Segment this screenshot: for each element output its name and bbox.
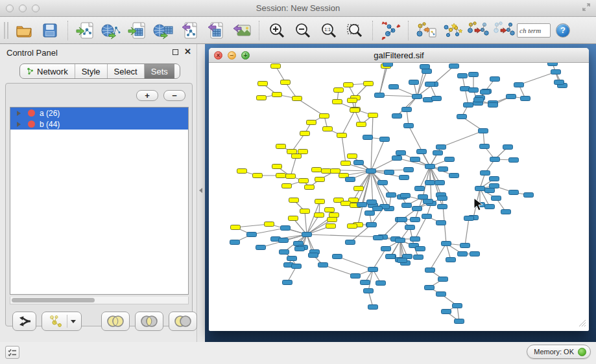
graph-node-set-b[interactable]: [480, 144, 490, 149]
graph-node-set-b[interactable]: [551, 70, 561, 74]
graph-node-set-b[interactable]: [435, 181, 445, 185]
graph-node-set-a[interactable]: [348, 98, 357, 103]
graph-node-set-b[interactable]: [432, 97, 442, 101]
tab-network[interactable]: Network: [20, 64, 75, 78]
dropdown-caret-icon[interactable]: [71, 320, 76, 323]
search-input[interactable]: [517, 23, 551, 38]
panel-splitter[interactable]: [197, 44, 205, 342]
graph-node-set-b[interactable]: [375, 93, 385, 98]
graph-node-set-a[interactable]: [320, 114, 329, 119]
graph-node-set-b[interactable]: [455, 319, 464, 324]
graph-node-set-b[interactable]: [503, 145, 513, 150]
graph-node-set-b[interactable]: [230, 240, 240, 245]
graph-node-set-b[interactable]: [367, 223, 377, 227]
graph-node-set-b[interactable]: [485, 205, 495, 209]
graph-node-set-b[interactable]: [417, 150, 427, 154]
graph-node-set-b[interactable]: [422, 214, 432, 219]
graph-node-set-b[interactable]: [256, 245, 266, 250]
network-window-titlebar[interactable]: × − + galFiltered.sif: [209, 48, 589, 63]
graph-node-set-b[interactable]: [396, 151, 406, 155]
open-session-icon[interactable]: [11, 19, 37, 42]
graph-node-set-b[interactable]: [474, 98, 484, 102]
graph-node-set-b[interactable]: [470, 252, 480, 256]
collapse-panel-icon[interactable]: [199, 188, 202, 193]
graph-edge[interactable]: [292, 133, 305, 152]
graph-node-set-b[interactable]: [457, 115, 467, 119]
graph-node-set-b[interactable]: [509, 190, 519, 195]
graph-node-set-b[interactable]: [438, 205, 447, 209]
graph-node-set-a[interactable]: [287, 150, 297, 154]
graph-node-set-a[interactable]: [328, 218, 337, 222]
zoom-out-icon[interactable]: [290, 19, 316, 42]
graph-edge[interactable]: [337, 256, 373, 269]
create-set-combo-button[interactable]: [42, 312, 82, 331]
graph-node-set-b[interactable]: [442, 310, 451, 314]
graph-node-set-b[interactable]: [368, 305, 378, 310]
graph-node-set-a[interactable]: [348, 154, 357, 159]
graph-node-set-a[interactable]: [300, 131, 310, 136]
graph-node-set-b[interactable]: [422, 69, 432, 74]
graph-node-set-b[interactable]: [367, 200, 377, 205]
graph-node-set-b[interactable]: [453, 304, 462, 308]
union-button[interactable]: [101, 312, 130, 331]
graph-node-set-b[interactable]: [458, 252, 468, 256]
tab-sets[interactable]: Sets: [145, 64, 174, 78]
graph-node-set-a[interactable]: [265, 222, 274, 227]
graph-edge[interactable]: [342, 135, 346, 163]
graph-node-set-b[interactable]: [501, 210, 511, 214]
graph-node-set-b[interactable]: [414, 255, 423, 260]
graph-node-set-b[interactable]: [373, 207, 383, 211]
graph-edge[interactable]: [297, 98, 324, 116]
graph-node-set-a[interactable]: [299, 179, 309, 183]
graph-node-set-b[interactable]: [361, 280, 370, 285]
graph-node-set-b[interactable]: [469, 88, 479, 93]
graph-node-set-a[interactable]: [292, 154, 302, 159]
graph-edge[interactable]: [291, 156, 296, 176]
graph-node-set-b[interactable]: [464, 103, 473, 108]
fullscreen-icon[interactable]: [582, 3, 591, 12]
help-icon[interactable]: ?: [556, 23, 570, 38]
graph-node-set-b[interactable]: [385, 170, 394, 175]
float-panel-icon[interactable]: [173, 49, 178, 55]
graph-node-set-a[interactable]: [300, 209, 310, 214]
graph-node-set-b[interactable]: [485, 188, 495, 193]
graph-node-set-b[interactable]: [283, 280, 292, 285]
export-table-icon[interactable]: [202, 19, 228, 42]
graph-node-set-b[interactable]: [378, 181, 388, 185]
expand-arrow-icon[interactable]: [17, 122, 21, 127]
graph-node-set-a[interactable]: [292, 97, 302, 101]
graph-node-set-b[interactable]: [411, 218, 420, 222]
graph-node-set-a[interactable]: [329, 213, 339, 218]
graph-edge[interactable]: [373, 249, 386, 269]
graph-edge[interactable]: [371, 115, 373, 171]
graph-node-set-b[interactable]: [351, 274, 361, 279]
graph-edge[interactable]: [305, 211, 307, 234]
graph-node-set-b[interactable]: [279, 238, 289, 243]
graph-node-set-b[interactable]: [295, 247, 305, 251]
title-bar[interactable]: Session: New Session: [0, 0, 596, 17]
graph-node-set-a[interactable]: [286, 174, 296, 179]
split-set-button[interactable]: [12, 312, 36, 331]
graph-node-set-a[interactable]: [281, 80, 291, 85]
graph-node-set-b[interactable]: [404, 124, 414, 128]
graph-node-set-b[interactable]: [436, 221, 446, 225]
import-network-file-icon[interactable]: [73, 19, 99, 42]
graph-edge[interactable]: [519, 72, 556, 85]
graph-edge[interactable]: [379, 95, 417, 97]
graph-node-set-b[interactable]: [309, 253, 318, 258]
graph-node-set-b[interactable]: [365, 211, 375, 216]
graph-edge[interactable]: [430, 244, 446, 270]
graph-node-set-a[interactable]: [282, 184, 292, 188]
graph-node-set-a[interactable]: [325, 208, 335, 212]
graph-node-set-b[interactable]: [346, 177, 355, 182]
graph-node-set-a[interactable]: [312, 168, 322, 172]
graph-node-set-b[interactable]: [514, 83, 524, 87]
graph-node-set-a[interactable]: [237, 169, 247, 174]
graph-node-set-b[interactable]: [464, 216, 474, 221]
graph-node-set-a[interactable]: [333, 100, 342, 104]
graph-node-set-b[interactable]: [411, 237, 420, 242]
graph-node-set-b[interactable]: [418, 195, 428, 199]
graph-node-set-a[interactable]: [315, 177, 325, 182]
graph-node-set-a[interactable]: [364, 82, 374, 86]
graph-node-set-a[interactable]: [341, 201, 351, 206]
